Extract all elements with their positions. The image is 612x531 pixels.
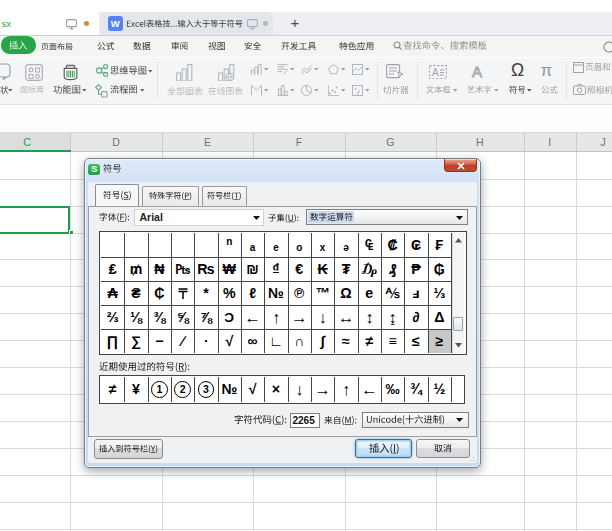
svg-text:A: A [432, 67, 439, 78]
svg-text:A: A [472, 63, 482, 79]
